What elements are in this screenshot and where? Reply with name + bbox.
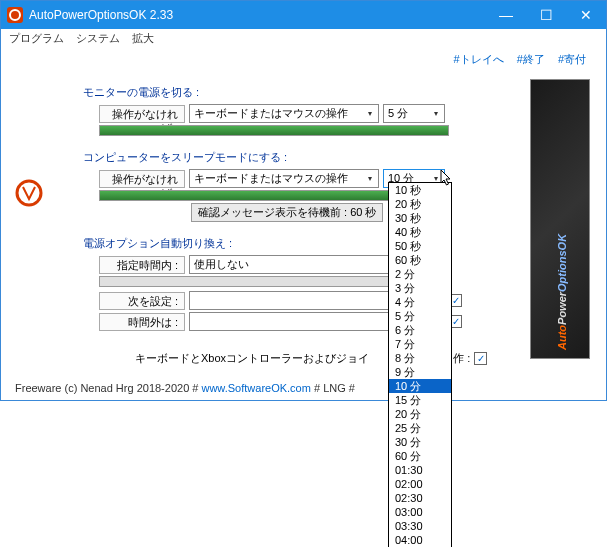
app-window: AutoPowerOptionsOK 2.33 — ☐ ✕ プログラム システム… (0, 0, 607, 401)
section-auto-title: 電源オプション自動切り換え : (83, 236, 520, 251)
section-monitor-title: モニターの電源を切る : (83, 85, 520, 100)
side-banner: AutoPowerOptionsOK (530, 79, 590, 359)
if-no-op-label-1: 操作がなければ : (99, 105, 185, 123)
menu-program[interactable]: プログラム (9, 31, 64, 46)
logo-icon (15, 179, 43, 207)
link-tray[interactable]: #トレイへ (454, 53, 504, 65)
dropdown-item[interactable]: 03:00 (389, 505, 451, 519)
dropdown-item[interactable]: 50 秒 (389, 239, 451, 253)
if-no-op-label-2: 操作がなければ : (99, 170, 185, 188)
window-controls: — ☐ ✕ (486, 1, 606, 29)
sleep-row: 操作がなければ : キーボードまたはマウスの操作 ▾ 10 分 ▾ (99, 169, 520, 188)
maximize-button[interactable]: ☐ (526, 1, 566, 29)
dropdown-item[interactable]: 20 秒 (389, 197, 451, 211)
dropdown-item[interactable]: 8 分 (389, 351, 451, 365)
dropdown-item[interactable]: 04:00 (389, 533, 451, 547)
dropdown-item[interactable]: 3 分 (389, 281, 451, 295)
app-icon (7, 7, 23, 23)
menu-expand[interactable]: 拡大 (132, 31, 154, 46)
content: モニターの電源を切る : 操作がなければ : キーボードまたはマウスの操作 ▾ … (1, 71, 606, 376)
mouse-cursor (440, 170, 454, 188)
dropdown-item[interactable]: 2 分 (389, 267, 451, 281)
dropdown-item[interactable]: 7 分 (389, 337, 451, 351)
link-donate[interactable]: #寄付 (558, 53, 586, 65)
dropdown-item[interactable]: 6 分 (389, 323, 451, 337)
footer-text2: # LNG # (311, 382, 355, 394)
joy-row: キーボードとXboxコントローラーおよびジョイ 作 : ✓ (135, 351, 520, 366)
dropdown-item[interactable]: 4 分 (389, 295, 451, 309)
footer: Freeware (c) Nenad Hrg 2018-2020 # www.S… (1, 376, 606, 400)
dropdown-item[interactable]: 9 分 (389, 365, 451, 379)
left-column (15, 79, 51, 368)
chevron-down-icon: ▾ (429, 107, 442, 120)
titlebar[interactable]: AutoPowerOptionsOK 2.33 — ☐ ✕ (1, 1, 606, 29)
joy-label: キーボードとXboxコントローラーおよびジョイ (135, 351, 369, 366)
chevron-down-icon: ▾ (363, 107, 376, 120)
time-dropdown-list[interactable]: 10 秒20 秒30 秒40 秒50 秒60 秒2 分3 分4 分5 分6 分7… (388, 182, 452, 547)
monitor-time-combo[interactable]: 5 分 ▾ (383, 104, 445, 123)
dropdown-item[interactable]: 20 分 (389, 407, 451, 421)
footer-link[interactable]: www.SoftwareOK.com (201, 382, 310, 394)
linkbar: #トレイへ #終了 #寄付 (1, 48, 606, 71)
sleep-trigger-combo[interactable]: キーボードまたはマウスの操作 ▾ (189, 169, 379, 188)
auto-row1: 指定時間内 : 使用しない ▾ (99, 255, 520, 274)
menu-system[interactable]: システム (76, 31, 120, 46)
combo-value: 5 分 (388, 106, 408, 121)
dropdown-item[interactable]: 60 秒 (389, 253, 451, 267)
confirm-msg-button[interactable]: 確認メッセージ表示を待機前 : 60 秒 (191, 203, 383, 222)
dropdown-item[interactable]: 60 分 (389, 449, 451, 463)
dropdown-item[interactable]: 25 分 (389, 421, 451, 435)
monitor-progress (99, 125, 449, 136)
monitor-row: 操作がなければ : キーボードまたはマウスの操作 ▾ 5 分 ▾ (99, 104, 520, 123)
svg-point-0 (17, 181, 41, 205)
auto-row3: 時間外は : ✓ (99, 312, 520, 331)
minimize-button[interactable]: — (486, 1, 526, 29)
auto-row2: 次を設定 : ✓ (99, 291, 520, 310)
menubar: プログラム システム 拡大 (1, 29, 606, 48)
time-outside-label: 時間外は : (99, 313, 185, 331)
dropdown-item[interactable]: 02:30 (389, 491, 451, 505)
banner-text: AutoPowerOptionsOK (551, 90, 571, 350)
joy-suffix: 作 : (453, 351, 470, 366)
set-next-label: 次を設定 : (99, 292, 185, 310)
time-within-label: 指定時間内 : (99, 256, 185, 274)
dropdown-item[interactable]: 30 分 (389, 435, 451, 449)
monitor-trigger-combo[interactable]: キーボードまたはマウスの操作 ▾ (189, 104, 379, 123)
link-exit[interactable]: #終了 (517, 53, 545, 65)
chevron-down-icon: ▾ (363, 172, 376, 185)
section-sleep-title: コンピューターをスリープモードにする : (83, 150, 520, 165)
dropdown-item[interactable]: 5 分 (389, 309, 451, 323)
joy-checkbox[interactable]: ✓ (474, 352, 487, 365)
combo-value: キーボードまたはマウスの操作 (194, 171, 348, 186)
close-button[interactable]: ✕ (566, 1, 606, 29)
dropdown-item[interactable]: 30 秒 (389, 211, 451, 225)
dropdown-item[interactable]: 40 秒 (389, 225, 451, 239)
dropdown-item[interactable]: 02:00 (389, 477, 451, 491)
dropdown-item[interactable]: 15 分 (389, 393, 451, 407)
combo-value: 使用しない (194, 257, 249, 272)
right-column: AutoPowerOptionsOK (530, 79, 592, 368)
dropdown-item[interactable]: 03:30 (389, 519, 451, 533)
window-title: AutoPowerOptionsOK 2.33 (29, 8, 486, 22)
footer-text1: Freeware (c) Nenad Hrg 2018-2020 # (15, 382, 201, 394)
combo-value: キーボードまたはマウスの操作 (194, 106, 348, 121)
dropdown-item[interactable]: 10 分 (389, 379, 451, 393)
dropdown-item[interactable]: 01:30 (389, 463, 451, 477)
